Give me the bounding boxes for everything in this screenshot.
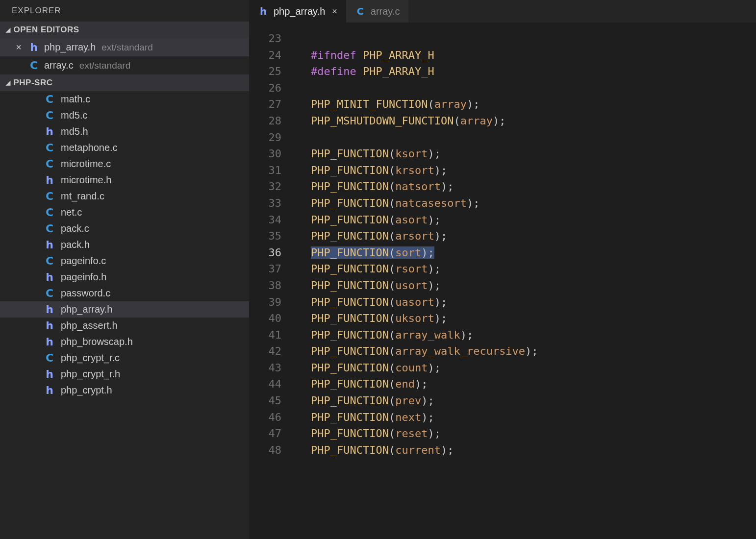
file-tree-item[interactable]: hmd5.h [0,123,249,140]
open-editors-header[interactable]: ◢ OPEN EDITORS [0,22,249,38]
project-header[interactable]: ◢ PHP-SRC [0,74,249,91]
line-number: 37 [249,261,281,277]
code-line[interactable] [296,80,756,97]
collapse-icon: ◢ [6,79,11,86]
open-editor-name: array.c [44,60,74,71]
open-editor-item[interactable]: Carray.cext/standard [0,56,249,74]
file-tree-item[interactable]: hpageinfo.h [0,269,249,285]
file-name: password.c [61,288,110,299]
file-tree-item[interactable]: Cpassword.c [0,285,249,301]
file-tree-item[interactable]: Cnet.c [0,204,249,220]
line-number: 39 [249,294,281,311]
code-line[interactable]: PHP_FUNCTION(sort); [296,245,756,261]
file-name: math.c [61,94,90,105]
code-line[interactable]: PHP_MINIT_FUNCTION(array); [296,96,756,113]
file-tree-item[interactable]: hpack.h [0,237,249,253]
line-number: 30 [249,146,281,162]
file-tree-item[interactable]: Cpageinfo.c [0,253,249,269]
file-h-icon: h [44,303,55,316]
file-name: php_crypt_r.c [61,352,120,364]
file-name: php_browscap.h [61,336,133,347]
file-tree-item[interactable]: hphp_crypt.h [0,382,249,398]
code-line[interactable] [296,30,756,47]
file-name: php_array.h [61,304,112,315]
tab-label: php_array.h [274,6,325,17]
code-line[interactable]: PHP_FUNCTION(uksort); [296,310,756,327]
file-c-icon: C [355,5,366,17]
line-number: 47 [249,425,281,442]
code-line[interactable]: PHP_FUNCTION(current); [296,442,756,459]
file-tree: Cmath.cCmd5.chmd5.hCmetaphone.cCmicrotim… [0,91,249,539]
editor-area: hphp_array.h×Carray.c 232425262728293031… [249,0,756,539]
file-c-icon: C [44,190,55,202]
file-tree-item[interactable]: Cpack.c [0,220,249,237]
file-tree-item[interactable]: Cphp_crypt_r.c [0,350,249,366]
code-line[interactable]: #define PHP_ARRAY_H [296,63,756,80]
file-h-icon: h [258,5,269,17]
code-line[interactable]: PHP_FUNCTION(array_walk); [296,327,756,343]
code-line[interactable]: PHP_FUNCTION(usort); [296,277,756,294]
file-name: microtime.h [61,174,111,186]
code-line[interactable]: PHP_FUNCTION(array_walk_recursive); [296,343,756,360]
code-line[interactable]: PHP_MSHUTDOWN_FUNCTION(array); [296,113,756,129]
open-editor-item[interactable]: ×hphp_array.hext/standard [0,38,249,56]
project-label: PHP-SRC [14,78,53,88]
file-tree-item[interactable]: hphp_browscap.h [0,334,249,350]
file-c-icon: C [44,93,55,105]
file-name: pack.c [61,223,89,234]
line-number: 31 [249,162,281,179]
code-line[interactable] [296,129,756,146]
code-line[interactable]: PHP_FUNCTION(krsort); [296,162,756,179]
file-h-icon: h [44,368,55,380]
code-line[interactable]: PHP_FUNCTION(count); [296,360,756,376]
line-number: 24 [249,47,281,64]
file-tree-item[interactable]: Cmicrotime.c [0,156,249,172]
code-line[interactable]: PHP_FUNCTION(prev); [296,392,756,409]
file-h-icon: h [44,319,55,332]
file-tree-item[interactable]: Cmd5.c [0,107,249,123]
code-line[interactable]: PHP_FUNCTION(ksort); [296,146,756,162]
code-line[interactable]: PHP_FUNCTION(next); [296,409,756,426]
editor-tab[interactable]: hphp_array.h× [249,0,346,23]
file-h-icon: h [44,239,55,251]
file-c-icon: C [44,255,55,267]
open-editors-label: OPEN EDITORS [14,25,79,35]
file-c-icon: C [28,59,39,72]
code-line[interactable]: #ifndef PHP_ARRAY_H [296,47,756,64]
code-line[interactable]: PHP_FUNCTION(uasort); [296,294,756,311]
file-tree-item[interactable]: hmicrotime.h [0,172,249,188]
editor-tab[interactable]: Carray.c [346,0,409,23]
file-c-icon: C [44,158,55,170]
file-h-icon: h [44,125,55,138]
line-number: 26 [249,80,281,97]
code-lines[interactable]: #ifndef PHP_ARRAY_H#define PHP_ARRAY_H P… [296,30,756,539]
file-name: mt_rand.c [61,191,104,202]
file-c-icon: C [44,206,55,219]
line-number: 23 [249,30,281,47]
file-name: md5.h [61,126,88,137]
code-line[interactable]: PHP_FUNCTION(end); [296,376,756,392]
code-editor[interactable]: 2324252627282930313233343536373839404142… [249,23,756,539]
code-line[interactable]: PHP_FUNCTION(natsort); [296,178,756,195]
tab-close-icon[interactable]: × [332,6,337,17]
code-line[interactable]: PHP_FUNCTION(reset); [296,425,756,442]
tab-label: array.c [371,6,400,17]
line-number: 45 [249,392,281,409]
file-tree-item[interactable]: Cmath.c [0,91,249,107]
line-number: 46 [249,409,281,426]
file-name: pageinfo.h [61,271,106,283]
file-tree-item[interactable]: hphp_array.h [0,301,249,318]
file-c-icon: C [44,222,55,235]
file-tree-item[interactable]: Cmt_rand.c [0,188,249,204]
close-dirty-icon[interactable]: × [14,42,24,53]
open-editor-path: ext/standard [101,42,153,53]
file-tree-item[interactable]: Cmetaphone.c [0,140,249,156]
code-line[interactable]: PHP_FUNCTION(arsort); [296,228,756,245]
file-name: pack.h [61,239,90,250]
code-line[interactable]: PHP_FUNCTION(rsort); [296,261,756,277]
file-tree-item[interactable]: hphp_assert.h [0,318,249,334]
file-tree-item[interactable]: hphp_crypt_r.h [0,366,249,382]
code-line[interactable]: PHP_FUNCTION(asort); [296,212,756,228]
file-name: microtime.c [61,158,111,170]
code-line[interactable]: PHP_FUNCTION(natcasesort); [296,195,756,212]
